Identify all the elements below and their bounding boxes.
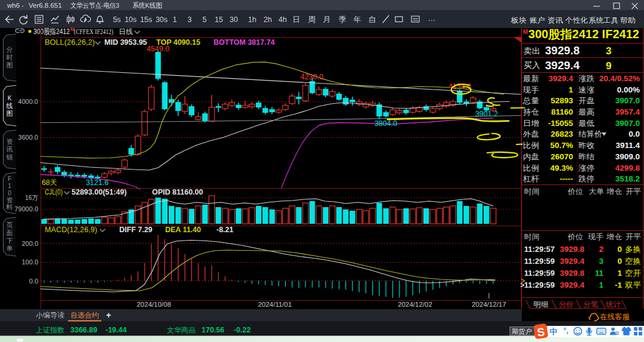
svg-text:日增: 日增 <box>523 119 539 128</box>
svg-text:卖出: 卖出 <box>524 47 540 56</box>
svg-text:BOTTOM 3817.74: BOTTOM 3817.74 <box>213 38 275 47</box>
svg-text:15s: 15s <box>140 16 152 24</box>
svg-text:涨停: 涨停 <box>578 164 595 172</box>
svg-text:3600.0: 3600.0 <box>18 134 38 141</box>
svg-text:日线: 日线 <box>119 27 133 36</box>
svg-text:1h: 1h <box>248 16 256 24</box>
svg-text:周: 周 <box>308 16 316 24</box>
svg-text:3901.2: 3901.2 <box>475 110 498 118</box>
svg-text:CJL(0): CJL(0) <box>45 188 63 196</box>
svg-text:4000.0: 4000.0 <box>18 98 38 105</box>
svg-text:增仓: 增仓 <box>606 187 623 196</box>
svg-text:3121.6: 3121.6 <box>86 178 109 187</box>
svg-text:2024/12/02: 2024/12/02 <box>398 301 432 308</box>
svg-text:季: 季 <box>339 16 347 24</box>
svg-text:OPID 81160.00: OPID 81160.00 <box>152 188 203 196</box>
svg-text:26070: 26070 <box>550 152 573 161</box>
svg-text:3518.2: 3518.2 <box>615 174 640 183</box>
svg-text:单: 单 <box>7 245 13 252</box>
svg-text:空开: 空开 <box>625 269 641 278</box>
svg-text:月: 月 <box>323 16 331 24</box>
svg-text:3929.8: 3929.8 <box>560 245 585 254</box>
svg-text:持仓: 持仓 <box>523 107 539 116</box>
svg-text:0.0: 0.0 <box>628 130 640 138</box>
svg-text:15: 15 <box>215 16 223 24</box>
svg-text:2024/12/17: 2024/12/17 <box>472 301 506 308</box>
svg-text:F: F <box>8 175 11 182</box>
svg-text:中: 中 <box>550 327 558 336</box>
svg-text:结算价: 结算价 <box>578 130 602 138</box>
svg-text:-1: -1 <box>615 281 622 289</box>
svg-text:账户: 账户 <box>530 16 545 24</box>
svg-text:3929.8: 3929.8 <box>545 44 580 57</box>
svg-text:统计: 统计 <box>606 300 621 309</box>
svg-text:外盘: 外盘 <box>522 130 539 138</box>
svg-text:日: 日 <box>293 16 301 24</box>
svg-text:分笔: 分笔 <box>583 300 598 309</box>
svg-text:自选合约: 自选合约 <box>70 311 99 319</box>
svg-text:DIFF 7.29: DIFF 7.29 <box>119 226 153 234</box>
svg-text:大单: 大单 <box>589 187 604 196</box>
svg-text:11: 11 <box>595 269 604 278</box>
svg-text:系统K线图: 系统K线图 <box>132 2 162 9</box>
svg-text:比例: 比例 <box>523 164 539 172</box>
svg-text:BOLL(26,26,2): BOLL(26,26,2) <box>45 38 95 47</box>
svg-text:2: 2 <box>599 245 603 254</box>
svg-text:4299.8: 4299.8 <box>615 164 640 172</box>
svg-text:3366.89: 3366.89 <box>70 326 97 334</box>
svg-text:帮助: 帮助 <box>620 16 636 24</box>
svg-text:系统工具: 系统工具 <box>589 16 618 24</box>
svg-text:300股指2412 IF2412: 300股指2412 IF2412 <box>528 27 639 41</box>
svg-text:Ver6.8.651: Ver6.8.651 <box>29 2 62 9</box>
svg-text:10s: 10s <box>125 16 137 24</box>
svg-text:+: + <box>106 310 111 320</box>
svg-text:跌停: 跌停 <box>578 174 595 183</box>
svg-text:资: 资 <box>7 196 13 204</box>
svg-text:2024/11/01: 2024/11/01 <box>258 301 292 308</box>
svg-text:4h: 4h <box>278 16 287 24</box>
svg-text:开平: 开平 <box>626 233 642 241</box>
svg-text:文华商品: 文华商品 <box>167 326 196 334</box>
svg-text:300股指2412: 300股指2412 <box>33 27 70 36</box>
svg-text:3804.0: 3804.0 <box>374 119 397 128</box>
svg-text:0.0: 0.0 <box>29 278 38 285</box>
svg-text:68天: 68天 <box>42 178 57 187</box>
svg-text:下: 下 <box>7 237 13 244</box>
svg-text:总量: 总量 <box>522 96 539 105</box>
svg-text:上证指数: 上证指数 <box>36 326 64 334</box>
svg-text:170.56: 170.56 <box>202 326 224 334</box>
svg-text:0: 0 <box>617 257 622 266</box>
svg-text:2024/10/08: 2024/10/08 <box>137 301 171 308</box>
svg-text:最新: 最新 <box>523 74 539 83</box>
svg-text:线: 线 <box>7 102 13 109</box>
svg-text:3957.4: 3957.4 <box>615 107 640 116</box>
svg-text:MACD(12,26,9): MACD(12,26,9) <box>45 226 97 234</box>
svg-text:11:29:59: 11:29:59 <box>524 281 555 289</box>
svg-text:价位: 价位 <box>567 233 584 241</box>
svg-text:速涨: 速涨 <box>578 85 595 94</box>
svg-text:81160: 81160 <box>551 107 573 116</box>
svg-text:内盘: 内盘 <box>523 152 539 161</box>
svg-text:最高: 最高 <box>578 107 595 116</box>
svg-text:分: 分 <box>7 46 13 53</box>
svg-text:K: K <box>8 95 12 101</box>
svg-text:时: 时 <box>7 54 13 61</box>
svg-text:79000.0: 79000.0 <box>14 205 38 212</box>
svg-text:4230.0: 4230.0 <box>301 73 323 81</box>
svg-text:…: … <box>428 14 436 23</box>
svg-text:200.0: 200.0 <box>21 240 38 247</box>
svg-text:图: 图 <box>7 110 13 117</box>
svg-text:开盘: 开盘 <box>578 96 595 105</box>
svg-text:增仓: 增仓 <box>606 233 623 241</box>
svg-text:时间: 时间 <box>524 233 540 241</box>
svg-text:SB: SB <box>615 332 620 335</box>
svg-text:16万: 16万 <box>25 194 38 201</box>
svg-text:49.3%: 49.3% <box>550 164 573 172</box>
svg-text:多换: 多换 <box>625 245 641 254</box>
svg-text:开平: 开平 <box>626 187 642 196</box>
svg-text:空换: 空换 <box>625 257 641 266</box>
svg-text:wh6: wh6 <box>7 2 20 9</box>
svg-text:1: 1 <box>617 269 622 278</box>
svg-text:买入: 买入 <box>524 61 541 70</box>
svg-text:11:29:57: 11:29:57 <box>524 245 555 254</box>
